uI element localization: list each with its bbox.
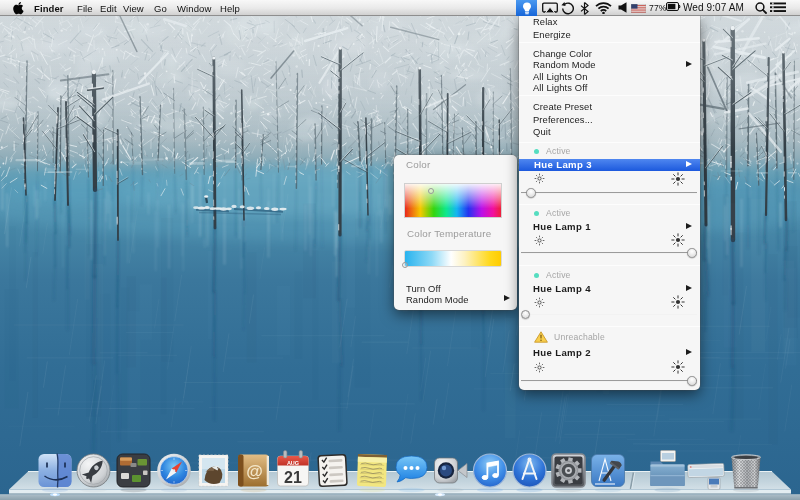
svg-text:AUG: AUG [287,460,299,466]
svg-text:@: @ [246,462,263,481]
svg-text:21: 21 [284,469,302,486]
